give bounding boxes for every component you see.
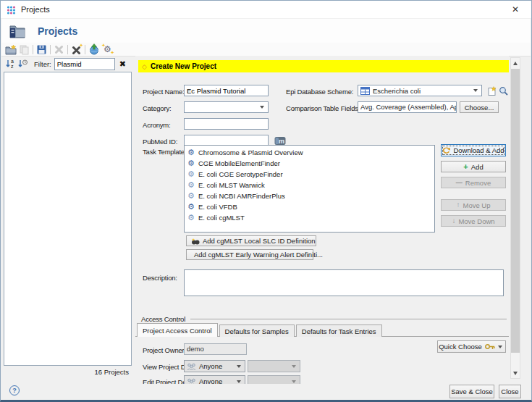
add-early-warning-button[interactable]: Add cgMLST Early Warning Alert Definiti.…: [186, 249, 313, 260]
clear-filter-icon[interactable]: ✖: [119, 59, 126, 69]
arrow-up-icon: ↑: [456, 201, 460, 209]
acronym-input[interactable]: [184, 118, 269, 130]
edit-definition-extra-select: [248, 375, 300, 384]
comparison-fields-value: Avg. Coverage (Assembled), Approximate: [358, 101, 457, 113]
project-count: 16 Projects: [94, 368, 129, 376]
chevron-down-icon: [260, 106, 264, 109]
task-template-item[interactable]: ⚙E. coli cgMLST: [185, 212, 434, 223]
add-slc-definition-button[interactable]: Add cgMLST Local SLC ID Definition: [186, 235, 316, 246]
database-sync-icon[interactable]: [87, 43, 101, 55]
task-template-label: E. coli CGE SerotypeFinder: [198, 170, 283, 178]
project-list[interactable]: [4, 72, 132, 366]
tab-defaults-for-samples[interactable]: Defaults for Samples: [219, 324, 295, 337]
task-template-item[interactable]: ⚙E. coli MLST Warwick: [185, 180, 434, 190]
force-delete-icon[interactable]: ✦: [69, 43, 83, 55]
move-down-button: ↓ Move Down: [441, 215, 506, 227]
access-control-tabs: Project Access Control Defaults for Samp…: [137, 324, 507, 337]
people-icon: [187, 378, 196, 385]
quick-choose-button[interactable]: Quick Choose: [437, 340, 506, 353]
save-icon[interactable]: [35, 43, 48, 55]
edit-definition-value: Anyone: [199, 377, 222, 384]
save-close-button[interactable]: Save & Close: [449, 385, 494, 398]
settings-wizard-icon[interactable]: ⚙ ✦ ✦: [101, 43, 114, 55]
toolbar-separator: [85, 45, 85, 54]
epi-scheme-label: Epi Database Scheme:: [286, 88, 353, 96]
close-button[interactable]: Close: [499, 385, 521, 398]
projects-dialog: Projects ✕ Projects ✦: [0, 0, 532, 402]
task-template-item[interactable]: ⚙E. coli NCBI AMRFinderPlus: [185, 190, 434, 201]
tab-defaults-for-task-entries[interactable]: Defaults for Task Entries: [296, 324, 382, 337]
epi-scheme-select[interactable]: Escherichia coli: [358, 85, 482, 96]
page-header: Projects: [1, 19, 531, 43]
project-owner-field: demo: [184, 343, 247, 355]
task-template-item[interactable]: ⚙E. coli CGE SerotypeFinder: [185, 169, 434, 180]
scrollbar-thumb[interactable]: [511, 69, 520, 353]
gear-icon: ⚙: [187, 148, 195, 156]
delete-icon: [52, 43, 66, 55]
tab-project-access-control[interactable]: Project Access Control: [137, 323, 218, 337]
scroll-up-icon[interactable]: [511, 58, 520, 68]
close-icon[interactable]: ✕: [499, 1, 531, 18]
task-template-label: E. coli cgMLST: [198, 214, 245, 222]
new-project-icon[interactable]: [4, 43, 17, 55]
task-template-label: E. coli VFDB: [198, 203, 237, 211]
description-textarea[interactable]: [184, 269, 504, 296]
app-icon: [7, 5, 16, 14]
toolbar-separator: [67, 45, 68, 54]
category-select[interactable]: [184, 101, 269, 113]
help-icon[interactable]: ?: [9, 385, 20, 395]
gear-globe-icon: ⚙: [187, 170, 195, 178]
task-template-item[interactable]: ⚙CGE MobileElementFinder: [185, 158, 434, 169]
binocular-sparkle-icon: [191, 238, 200, 245]
scroll-down-icon[interactable]: [511, 368, 520, 378]
diamond-icon: ◇: [142, 63, 147, 70]
gear-icon: ⚙: [187, 203, 195, 211]
view-definition-select[interactable]: Anyone: [184, 360, 245, 372]
filter-label: Filter:: [34, 60, 51, 68]
projects-sidebar: az Filter: ✖ 16 Projects: [2, 56, 134, 377]
group-divider: [190, 319, 507, 319]
view-definition-extra-select: [248, 360, 300, 372]
form-scrollbar[interactable]: [510, 57, 520, 379]
comparison-fields-label: Comparison Table Fields:: [286, 104, 360, 112]
filter-input[interactable]: [54, 58, 115, 70]
svg-text:m: m: [278, 138, 284, 145]
gear-globe-icon: ⚙: [187, 214, 195, 222]
download-add-button[interactable]: Download & Add: [441, 144, 506, 156]
category-label: Category:: [143, 104, 171, 112]
sidebar-toolbar: az Filter: ✖: [2, 56, 134, 72]
search-scheme-icon[interactable]: [498, 85, 509, 96]
paste-project-icon: [17, 43, 31, 55]
arrow-down-icon: ↓: [452, 217, 455, 225]
page-title: Projects: [38, 25, 77, 37]
project-name-input[interactable]: [184, 85, 269, 96]
chevron-down-icon: [473, 89, 478, 92]
chevron-down-icon: [498, 346, 502, 348]
table-icon: [360, 87, 370, 95]
sort-alpha-icon[interactable]: az: [4, 58, 17, 70]
gear-icon: ⚙: [187, 159, 195, 167]
choose-button[interactable]: Choose...: [460, 101, 499, 113]
description-label: Description:: [143, 274, 177, 282]
pubmed-label: PubMed ID:: [143, 138, 177, 146]
project-owner-label: Project Owner:: [143, 346, 186, 354]
people-icon: [187, 363, 196, 370]
window-title: Projects: [21, 5, 50, 14]
add-button[interactable]: + Add: [441, 161, 506, 172]
form-banner-title: Create New Project: [151, 62, 216, 70]
task-templates-label: Task Templates:: [143, 148, 190, 156]
toolbar-separator: [50, 45, 51, 54]
task-templates-list[interactable]: ⚙Chromosome & Plasmid Overview⚙CGE Mobil…: [184, 145, 435, 233]
sort-time-icon[interactable]: [17, 58, 29, 70]
projects-folder-icon: [9, 23, 26, 39]
epi-scheme-value: Escherichia coli: [373, 87, 421, 95]
task-template-item[interactable]: ⚙Chromosome & Plasmid Overview: [185, 147, 434, 158]
main-toolbar: ✦ ⚙ ✦ ✦: [1, 43, 531, 56]
edit-definition-select[interactable]: Anyone: [184, 375, 245, 384]
key-icon: [485, 343, 495, 350]
create-project-form: ◇ Create New Project Project Name: Epi D…: [135, 56, 509, 384]
edit-scheme-icon[interactable]: [486, 85, 497, 96]
task-template-item[interactable]: ⚙E. coli VFDB: [185, 201, 434, 212]
svg-text:z: z: [11, 64, 14, 69]
view-definition-value: Anyone: [199, 362, 222, 370]
